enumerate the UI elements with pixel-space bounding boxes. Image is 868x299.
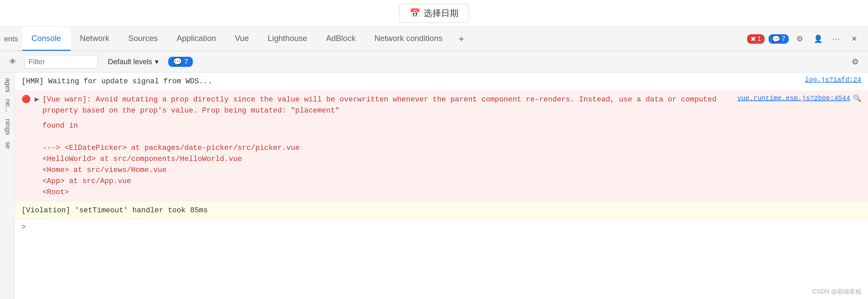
violation-text: [Violation] 'setTimeout' handler took 85…: [22, 205, 861, 216]
tab-network[interactable]: Network: [70, 27, 119, 51]
console-entry-violation: [Violation] 'setTimeout' handler took 85…: [15, 202, 868, 220]
message-count-header: 7: [782, 35, 785, 43]
error-x-icon: ✖: [750, 35, 756, 43]
gear-icon: ⚙: [851, 57, 859, 66]
prompt-chevron-icon: >: [22, 223, 26, 232]
tab-console[interactable]: Console: [22, 27, 70, 51]
close-icon: ✕: [851, 35, 857, 43]
network-tab-label: Network: [80, 34, 110, 43]
console-toolbar: 👁 Default levels ▾ 💬 7 ⚙: [0, 51, 868, 72]
console-tab-label: Console: [32, 34, 61, 43]
elements-tab-label: ents: [4, 35, 18, 43]
date-picker-button[interactable]: 📅 选择日期: [399, 4, 469, 23]
devtools-tab-bar: ents Console Network Sources Application…: [0, 27, 868, 51]
more-options-button[interactable]: ⋯: [828, 31, 844, 48]
sidebar-pages-label: ages: [1, 75, 13, 95]
top-bar: 📅 选择日期: [0, 0, 868, 27]
vue-warn-detail: found in ---> <ElDatePicker> at packages…: [42, 120, 731, 198]
sidebar-se-label: se: [1, 139, 13, 151]
footer-watermark: CSDN @前端客栈: [812, 288, 861, 296]
message-count-toolbar-badge[interactable]: 💬 7: [168, 57, 193, 67]
left-sidebar: ages ne... nings se: [0, 72, 15, 299]
eye-icon: 👁: [9, 57, 17, 66]
network-conditions-tab-label: Network conditions: [374, 34, 442, 43]
tab-spacer: [471, 27, 746, 51]
adblock-tab-label: AdBlock: [326, 34, 355, 43]
date-picker-label: 选择日期: [424, 7, 459, 19]
message-bubble-icon: 💬: [772, 35, 780, 43]
message-bubble-toolbar-icon: 💬: [173, 57, 182, 66]
dropdown-chevron-icon: ▾: [155, 57, 159, 66]
message-count-toolbar: 7: [184, 57, 188, 66]
tab-network-conditions[interactable]: Network conditions: [365, 27, 452, 51]
plus-icon: +: [459, 34, 464, 44]
error-count-badge[interactable]: ✖ 1: [747, 34, 765, 44]
hmr-text-content: [HMR] Waiting for update signal from WDS…: [22, 77, 212, 86]
vue-warn-source-link[interactable]: vue.runtime.esm.js?2b0e:4544: [737, 94, 850, 102]
tab-lighthouse[interactable]: Lighthouse: [258, 27, 316, 51]
console-main-area: ages ne... nings se [HMR] Waiting for up…: [0, 72, 868, 299]
application-tab-label: Application: [177, 34, 216, 43]
error-count: 1: [757, 35, 761, 43]
hmr-message-text: [HMR] Waiting for update signal from WDS…: [22, 76, 798, 87]
settings-button-header[interactable]: ⚙: [792, 31, 808, 48]
sidebar-nhe-label: ne...: [1, 96, 13, 115]
sources-tab-label: Sources: [128, 34, 158, 43]
console-entry-hmr: [HMR] Waiting for update signal from WDS…: [15, 72, 868, 91]
console-prompt-line[interactable]: >: [15, 220, 868, 235]
tab-sources[interactable]: Sources: [119, 27, 167, 51]
console-output: [HMR] Waiting for update signal from WDS…: [15, 72, 868, 299]
tab-elements-partial[interactable]: ents: [0, 27, 22, 51]
sidebar-nings-label: nings: [1, 116, 13, 138]
tab-adblock[interactable]: AdBlock: [316, 27, 365, 51]
expand-toggle-icon[interactable]: ▶: [35, 95, 39, 104]
vue-warn-main-text: [Vue warn]: Avoid mutating a prop direct…: [42, 94, 731, 116]
user-profile-button[interactable]: 👤: [810, 31, 826, 48]
close-devtools-button[interactable]: ✕: [846, 31, 863, 48]
filter-input[interactable]: [24, 55, 98, 68]
vue-tab-label: Vue: [235, 34, 249, 43]
calendar-icon: 📅: [409, 8, 420, 19]
tab-actions-area: ✖ 1 💬 7 ⚙ 👤 ⋯ ✕: [746, 27, 868, 51]
default-levels-label: Default levels: [108, 57, 152, 66]
lighthouse-tab-label: Lighthouse: [268, 34, 307, 43]
hmr-source-link[interactable]: log.js?1afd:24: [805, 76, 861, 84]
person-icon: 👤: [814, 35, 823, 43]
ellipsis-icon: ⋯: [832, 35, 840, 43]
tab-vue[interactable]: Vue: [225, 27, 258, 51]
vue-warn-source-area: vue.runtime.esm.js?2b0e:4544 🔍: [731, 94, 861, 102]
default-levels-dropdown[interactable]: Default levels ▾: [102, 55, 164, 68]
vue-warn-text: [Vue warn]: Avoid mutating a prop direct…: [42, 94, 731, 198]
source-search-icon[interactable]: 🔍: [853, 94, 861, 102]
console-entry-vue-warn: 🔴 ▶ [Vue warn]: Avoid mutating a prop di…: [15, 91, 868, 202]
tab-application[interactable]: Application: [167, 27, 225, 51]
console-settings-button[interactable]: ⚙: [848, 54, 863, 69]
watermark-text: CSDN @前端客栈: [812, 288, 861, 295]
message-count-badge-header[interactable]: 💬 7: [769, 34, 789, 44]
sidebar-toggle-button[interactable]: 👁: [5, 54, 20, 69]
gear-icon-header: ⚙: [797, 35, 803, 43]
tab-add-button[interactable]: +: [452, 27, 471, 51]
error-circle-icon: 🔴: [22, 95, 31, 104]
